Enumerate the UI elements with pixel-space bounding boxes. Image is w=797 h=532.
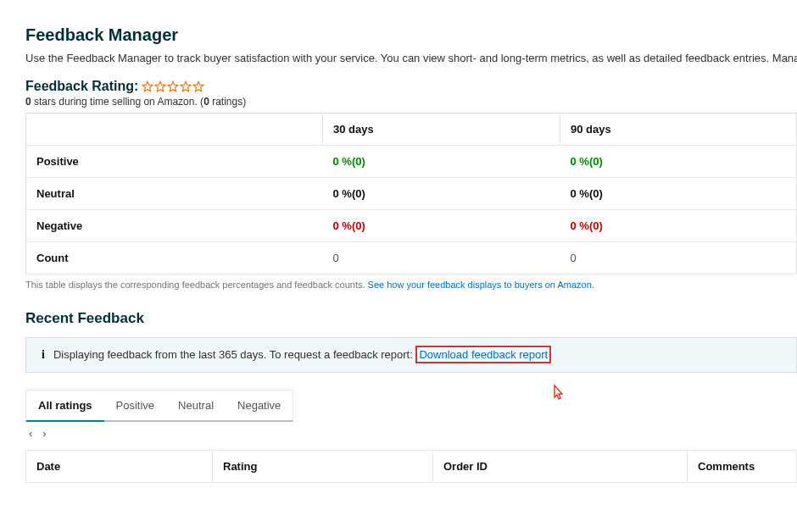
star-rating: [142, 80, 204, 92]
recent-header-date: Date: [26, 450, 213, 482]
metric-cell: 0 %(0): [323, 145, 560, 177]
metric-cell: 0: [560, 241, 797, 274]
pagination: ‹ ›: [25, 427, 797, 440]
table-header-30days: 30 days: [323, 113, 560, 145]
table-row: Count00: [26, 241, 797, 274]
metric-cell: 0 %(0): [560, 145, 797, 177]
star-icon: [167, 80, 179, 92]
table-header-empty: [26, 113, 323, 145]
tab-all-ratings[interactable]: All ratings: [26, 391, 104, 422]
star-icon: [180, 80, 192, 92]
rating-heading-label: Feedback Rating:: [25, 79, 138, 94]
row-label: Count: [26, 241, 323, 274]
tab-neutral[interactable]: Neutral: [166, 391, 226, 420]
table-row: Negative0 %(0)0 %(0): [26, 209, 797, 241]
cursor-icon: [549, 384, 566, 404]
rating-count-value: 0: [203, 96, 209, 108]
rating-sub-text: stars during time selling on Amazon. (: [31, 96, 203, 108]
recent-header-orderid: Order ID: [433, 450, 688, 482]
feedback-rating-heading: Feedback Rating:: [25, 79, 797, 94]
row-label: Positive: [26, 145, 323, 177]
feedback-metrics-table: 30 days 90 days Positive0 %(0)0 %(0)Neut…: [25, 113, 797, 274]
metric-cell: 0 %(0): [323, 209, 560, 241]
recent-header-rating: Rating: [213, 450, 433, 482]
banner-content: Displaying feedback from the last 365 da…: [53, 348, 551, 361]
info-banner: i Displaying feedback from the last 365 …: [25, 337, 797, 373]
table-row: Neutral0 %(0)0 %(0): [26, 177, 797, 209]
pager-next[interactable]: ›: [42, 427, 46, 440]
row-label: Negative: [26, 209, 323, 241]
recent-feedback-title: Recent Feedback: [25, 310, 797, 327]
recent-header-comments: Comments: [688, 450, 797, 482]
info-icon: i: [42, 348, 45, 362]
rating-subtitle: 0 stars during time selling on Amazon. (…: [25, 96, 797, 108]
table-caption: This table displays the corresponding fe…: [25, 280, 797, 290]
pager-prev[interactable]: ‹: [29, 427, 32, 440]
intro-body: Use the Feedback Manager to track buyer …: [25, 52, 797, 64]
page-title: Feedback Manager: [25, 25, 797, 45]
rating-stars-value: 0: [25, 96, 31, 108]
metric-cell: 0 %(0): [560, 209, 797, 241]
metric-cell: 0 %(0): [323, 177, 560, 209]
tab-positive[interactable]: Positive: [104, 391, 167, 420]
banner-text: Displaying feedback from the last 365 da…: [53, 348, 416, 361]
feedback-filter-tabs: All ratingsPositiveNeutralNegative: [25, 390, 293, 422]
table-row: Positive0 %(0)0 %(0): [26, 145, 797, 177]
table-header-90days: 90 days: [560, 113, 797, 145]
see-feedback-display-link[interactable]: See how your feedback displays to buyers…: [368, 280, 594, 290]
tab-negative[interactable]: Negative: [226, 391, 293, 420]
metric-cell: 0: [323, 241, 560, 274]
star-icon: [154, 80, 166, 92]
star-icon: [192, 80, 204, 92]
rating-sub-suffix: ratings): [209, 96, 246, 108]
star-icon: [142, 80, 153, 92]
recent-feedback-table: Date Rating Order ID Comments: [25, 450, 797, 483]
intro-text: Use the Feedback Manager to track buyer …: [25, 50, 797, 67]
caption-text: This table displays the corresponding fe…: [25, 280, 368, 290]
row-label: Neutral: [26, 177, 323, 209]
metric-cell: 0 %(0): [560, 177, 797, 209]
download-feedback-report-link[interactable]: Download feedback report: [415, 346, 551, 363]
